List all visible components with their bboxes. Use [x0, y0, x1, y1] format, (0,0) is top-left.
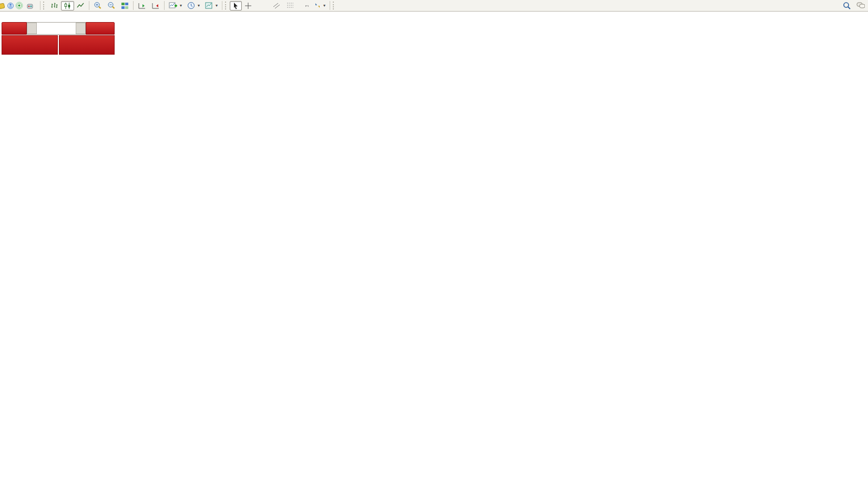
volume-input[interactable]: [37, 23, 76, 34]
volume-increase-button[interactable]: [76, 23, 86, 34]
volume-stepper: [27, 22, 86, 35]
volume-decrease-button[interactable]: [27, 23, 37, 34]
mt4-window: ▾ ▾ ▾: [0, 0, 868, 497]
sell-button[interactable]: [2, 22, 27, 35]
chart-canvas[interactable]: [0, 0, 868, 497]
sell-price-button[interactable]: [2, 35, 58, 55]
one-click-trading-panel: [2, 22, 115, 55]
buy-price-button[interactable]: [59, 35, 115, 55]
chart-symbol-header: [3, 13, 6, 19]
buy-button[interactable]: [86, 22, 115, 35]
